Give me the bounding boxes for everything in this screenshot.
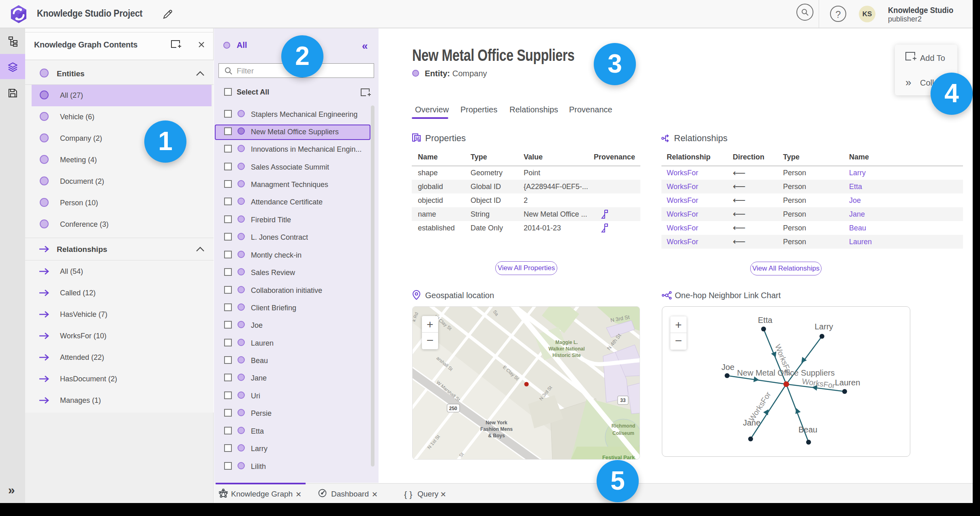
svg-text:33: 33 <box>620 398 626 403</box>
svg-text:Coliseum: Coliseum <box>612 430 634 436</box>
svg-text:Richmond: Richmond <box>612 423 636 429</box>
svg-text:250: 250 <box>449 406 457 411</box>
svg-text:Lauren: Lauren <box>835 378 860 387</box>
svg-text:& Boys: & Boys <box>488 433 505 439</box>
svg-text:Historic Site: Historic Site <box>552 353 581 358</box>
svg-text:New York: New York <box>486 420 507 426</box>
svg-text:Etta: Etta <box>758 316 772 325</box>
svg-text:Beau: Beau <box>798 425 817 434</box>
svg-text:Larry: Larry <box>815 322 833 331</box>
svg-text:Fashion Mens: Fashion Mens <box>480 426 513 432</box>
svg-text:Walker National: Walker National <box>548 346 585 352</box>
svg-text:Joe: Joe <box>721 363 734 372</box>
svg-text:Maggie L.: Maggie L. <box>555 340 578 345</box>
svg-text:Festival Park: Festival Park <box>602 454 635 460</box>
